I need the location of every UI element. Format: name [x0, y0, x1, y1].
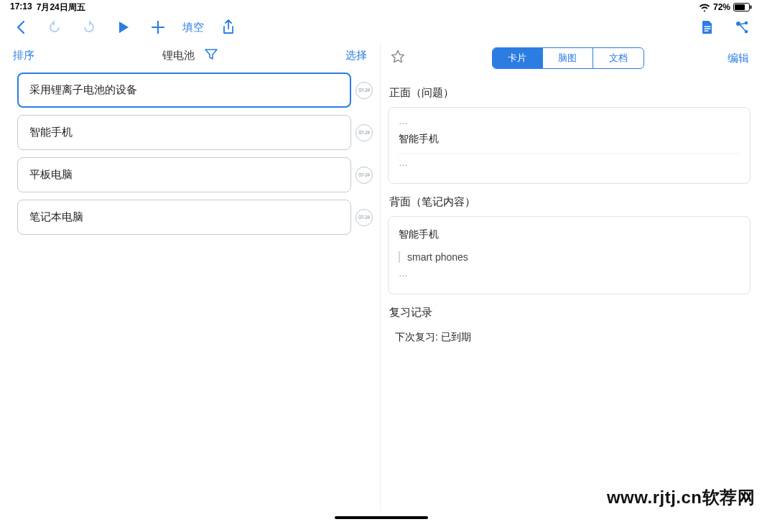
- svg-rect-2: [751, 6, 752, 9]
- top-toolbar: 填空: [0, 13, 762, 43]
- fill-blank-button[interactable]: 填空: [182, 21, 204, 34]
- battery-icon: [733, 3, 752, 11]
- sort-button[interactable]: 排序: [13, 49, 34, 62]
- list-row: 智能手机07-24: [17, 115, 373, 150]
- status-date: 7月24日周五: [37, 1, 85, 14]
- tab-mindmap[interactable]: 脑图: [543, 48, 593, 68]
- left-subtoolbar: 排序 锂电池 选择: [0, 43, 380, 70]
- status-bar: 17:13 7月24日周五 72%: [0, 0, 762, 13]
- date-chip: 07-24: [356, 209, 373, 226]
- date-chip: 07-24: [356, 167, 373, 184]
- home-indicator-bar: [0, 510, 762, 532]
- review-section-label: 复习记录: [389, 306, 751, 319]
- right-panel: 卡片 脑图 文档 编辑 正面（问题） … 智能手机 … 背面（笔记内容） 智能手…: [381, 43, 762, 510]
- list-row: 平板电脑07-24: [17, 157, 373, 192]
- filter-icon[interactable]: [205, 49, 218, 62]
- front-section-label: 正面（问题）: [389, 86, 751, 100]
- add-button[interactable]: [148, 17, 168, 37]
- back-section-label: 背面（笔记内容）: [389, 195, 751, 209]
- share-button[interactable]: [218, 17, 238, 37]
- right-subtoolbar: 卡片 脑图 文档 编辑: [381, 43, 762, 75]
- status-time: 17:13: [10, 1, 32, 14]
- back-button[interactable]: [10, 17, 30, 37]
- svg-rect-1: [735, 4, 745, 10]
- card-list: 采用锂离子电池的设备07-24智能手机07-24平板电脑07-24笔记本电脑07…: [0, 70, 380, 242]
- back-detail-text: smart phones: [399, 251, 740, 263]
- back-title-text: 智能手机: [399, 228, 740, 241]
- graph-button[interactable]: [732, 17, 752, 37]
- card-item[interactable]: 平板电脑: [17, 157, 351, 192]
- left-panel: 排序 锂电池 选择 采用锂离子电池的设备07-24智能手机07-24平板电脑07…: [0, 43, 381, 510]
- play-button[interactable]: [113, 17, 134, 37]
- document-button[interactable]: [697, 17, 717, 37]
- home-indicator: [335, 516, 428, 519]
- review-next-text: 下次复习: 已到期: [388, 327, 751, 344]
- list-row: 采用锂离子电池的设备07-24: [17, 73, 373, 108]
- ellipsis-icon: …: [399, 269, 740, 278]
- ellipsis-icon: …: [399, 116, 740, 126]
- svg-point-4: [745, 22, 748, 25]
- back-content-box: 智能手机 smart phones …: [388, 216, 751, 294]
- view-segmented-control: 卡片 脑图 文档: [492, 47, 644, 69]
- date-chip: 07-24: [356, 82, 373, 99]
- wifi-icon: [699, 3, 710, 11]
- edit-button[interactable]: 编辑: [728, 52, 749, 65]
- card-item[interactable]: 智能手机: [17, 115, 351, 150]
- watermark-text: www.rjtj.cn软荐网: [607, 486, 755, 509]
- redo-button[interactable]: [79, 17, 99, 37]
- front-content-text: 智能手机: [399, 133, 740, 146]
- tab-card[interactable]: 卡片: [493, 48, 543, 68]
- status-battery-pct: 72%: [713, 2, 730, 12]
- undo-button[interactable]: [45, 17, 65, 37]
- card-item[interactable]: 采用锂离子电池的设备: [17, 73, 351, 108]
- front-content-box: … 智能手机 …: [388, 107, 751, 184]
- collection-title: 锂电池: [162, 49, 195, 62]
- card-item[interactable]: 笔记本电脑: [17, 200, 351, 235]
- svg-point-3: [736, 22, 740, 26]
- list-row: 笔记本电脑07-24: [17, 200, 373, 235]
- star-icon[interactable]: [391, 50, 408, 67]
- date-chip: 07-24: [356, 124, 373, 141]
- select-button[interactable]: 选择: [345, 49, 367, 62]
- ellipsis-icon: …: [399, 158, 740, 167]
- tab-doc[interactable]: 文档: [593, 48, 643, 68]
